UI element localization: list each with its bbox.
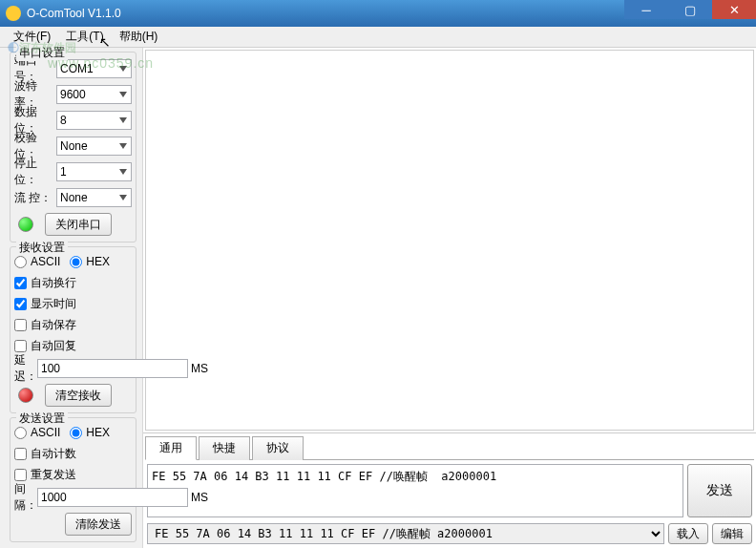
rx-settings-group: 接收设置 ASCII HEX 自动换行 显示时间 自动保存 自动回复 延迟：MS… <box>10 246 136 413</box>
tx-interval-label: 间隔： <box>14 481 37 514</box>
rx-led-icon <box>18 388 33 403</box>
send-button[interactable]: 发送 <box>687 464 752 517</box>
tx-settings-group: 发送设置 ASCII HEX 自动计数 重复发送 间隔：MS 清除发送 <box>10 417 136 542</box>
history-select[interactable]: FE 55 7A 06 14 B3 11 11 11 CF EF //唤醒帧 a… <box>147 523 664 544</box>
databits-select[interactable]: 8 <box>56 111 132 130</box>
titlebar[interactable]: O-ComTool V1.1.0 ─ ▢ ✕ <box>0 0 756 27</box>
tx-repeat-check[interactable]: 重复发送 <box>14 467 76 483</box>
tx-interval-unit: MS <box>191 491 208 504</box>
tab-protocol[interactable]: 协议 <box>252 436 304 460</box>
menubar: 文件(F) 工具(T) 帮助(H) ↖ <box>0 27 756 48</box>
close-port-button[interactable]: 关闭串口 <box>45 213 112 236</box>
rx-autowrap-check[interactable]: 自动换行 <box>14 275 76 291</box>
rx-autoreply-check[interactable]: 自动回复 <box>14 338 76 354</box>
tx-input[interactable] <box>147 464 683 517</box>
tx-area: 通用 快捷 协议 发送 FE 55 7A 06 14 B3 11 11 11 C… <box>143 432 756 548</box>
stopbits-select[interactable]: 1 <box>56 162 132 181</box>
port-led-icon <box>18 217 33 232</box>
tx-group-title: 发送设置 <box>16 411 68 427</box>
tx-interval-input[interactable] <box>37 488 188 507</box>
menu-tools[interactable]: 工具(T) <box>58 27 111 47</box>
tx-hex-radio[interactable]: HEX <box>70 426 110 439</box>
maximize-button[interactable]: ▢ <box>668 0 712 19</box>
clear-tx-button[interactable]: 清除发送 <box>65 513 132 536</box>
baud-select[interactable]: 9600 <box>56 85 132 104</box>
tab-quick[interactable]: 快捷 <box>199 436 250 460</box>
stopbits-label: 停止位： <box>14 156 56 188</box>
tx-ascii-radio[interactable]: ASCII <box>14 426 60 439</box>
rx-autosave-check[interactable]: 自动保存 <box>14 317 76 333</box>
rx-ascii-radio[interactable]: ASCII <box>14 255 60 268</box>
port-group-title: 串口设置 <box>16 45 68 61</box>
tx-tabs: 通用 快捷 协议 <box>145 435 754 460</box>
rx-display[interactable] <box>145 50 754 431</box>
minimize-button[interactable]: ─ <box>624 0 668 19</box>
clear-rx-button[interactable]: 清空接收 <box>45 384 112 407</box>
flowctrl-select[interactable]: None <box>56 188 132 207</box>
tx-autocount-check[interactable]: 自动计数 <box>14 446 76 462</box>
rx-delay-label: 延迟： <box>14 352 37 385</box>
content-area: 通用 快捷 协议 发送 FE 55 7A 06 14 B3 11 11 11 C… <box>143 48 756 548</box>
port-settings-group: 串口设置 端口号：COM1 波特率：9600 数据位：8 校验位：None 停止… <box>10 52 136 242</box>
rx-showtime-check[interactable]: 显示时间 <box>14 296 76 312</box>
sidebar: 串口设置 端口号：COM1 波特率：9600 数据位：8 校验位：None 停止… <box>0 48 143 548</box>
flowctrl-label: 流 控： <box>14 190 56 206</box>
menu-file[interactable]: 文件(F) <box>6 27 58 47</box>
tab-general[interactable]: 通用 <box>145 436 197 460</box>
edit-button[interactable]: 编辑 <box>712 523 752 544</box>
rx-hex-radio[interactable]: HEX <box>70 255 110 268</box>
menu-help[interactable]: 帮助(H) <box>112 27 166 47</box>
rx-delay-input[interactable] <box>37 359 188 378</box>
port-select[interactable]: COM1 <box>56 59 132 78</box>
parity-select[interactable]: None <box>56 137 132 156</box>
load-button[interactable]: 载入 <box>668 523 708 544</box>
rx-delay-unit: MS <box>191 362 208 375</box>
close-button[interactable]: ✕ <box>712 0 756 19</box>
rx-group-title: 接收设置 <box>16 240 68 256</box>
app-icon <box>6 6 21 21</box>
